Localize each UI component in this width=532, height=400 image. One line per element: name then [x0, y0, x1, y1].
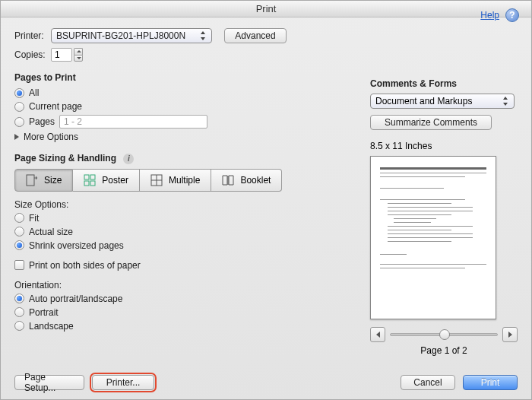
checkbox-duplex-label: Print on both sides of paper: [29, 260, 141, 271]
copies-input[interactable]: [51, 48, 72, 62]
radio-shrink-label: Shrink oversized pages: [29, 240, 124, 251]
page-setup-button[interactable]: Page Setup...: [14, 375, 84, 390]
multiple-icon: [150, 174, 163, 186]
segment-size-label: Size: [44, 175, 62, 186]
radio-portrait-label: Portrait: [29, 307, 59, 318]
preview-dimensions: 8.5 x 11 Inches: [370, 141, 518, 151]
page-sizing-title-text: Page Sizing & Handling: [14, 153, 116, 163]
svg-rect-3: [84, 181, 89, 186]
svg-rect-0: [27, 175, 34, 186]
preview-thumbnail: [370, 156, 496, 319]
svg-rect-1: [84, 175, 89, 179]
preview-next-button[interactable]: [502, 327, 518, 342]
radio-icon: [14, 227, 24, 237]
radio-auto-label: Auto portrait/landscape: [29, 294, 122, 304]
checkbox-icon: [14, 260, 24, 270]
printer-value: BSUPRINT-BG201-HPLJ8000N: [56, 30, 185, 41]
info-icon[interactable]: i: [123, 154, 134, 164]
segment-booklet-label: Booklet: [240, 175, 271, 186]
disclosure-triangle-icon: [14, 134, 19, 140]
radio-icon: [14, 240, 24, 250]
comments-select-value: Document and Markups: [375, 96, 472, 106]
radio-icon: [14, 213, 24, 223]
copies-label: Copies:: [14, 49, 51, 60]
comments-forms-title: Comments & Forms: [370, 78, 518, 89]
copies-stepper[interactable]: [74, 48, 83, 62]
pages-range-input[interactable]: [59, 115, 207, 129]
radio-icon: [14, 294, 24, 303]
radio-icon: [14, 117, 24, 127]
radio-fit-label: Fit: [29, 213, 39, 224]
print-button[interactable]: Print: [463, 375, 518, 390]
printer-select[interactable]: BSUPRINT-BG201-HPLJ8000N: [51, 28, 212, 43]
radio-range-label: Pages: [29, 116, 55, 127]
preview-zoom-slider[interactable]: [390, 333, 498, 336]
radio-all-label: All: [29, 87, 39, 98]
svg-rect-2: [90, 175, 95, 179]
booklet-icon: [222, 174, 234, 186]
segment-size[interactable]: Size: [14, 169, 73, 192]
svg-rect-4: [90, 181, 95, 186]
preview-prev-button[interactable]: [370, 327, 385, 342]
chevron-right-icon: [508, 332, 512, 338]
segment-multiple-label: Multiple: [169, 175, 200, 186]
print-dialog: Print Help ? Printer: BSUPRINT-BG201-HPL…: [0, 0, 532, 400]
segment-poster[interactable]: Poster: [73, 169, 140, 192]
radio-actual-label: Actual size: [29, 227, 73, 237]
summarize-comments-button[interactable]: Summarize Comments: [370, 115, 492, 130]
radio-icon: [14, 102, 24, 112]
radio-landscape-label: Landscape: [29, 321, 74, 332]
size-icon: [26, 174, 38, 186]
comments-select[interactable]: Document and Markups: [370, 94, 515, 109]
updown-icon: [199, 30, 207, 41]
printer-label: Printer:: [14, 30, 51, 41]
printer-button[interactable]: Printer...: [92, 375, 154, 390]
radio-icon: [14, 88, 24, 98]
radio-icon: [14, 307, 24, 317]
window-title: Print: [1, 1, 531, 17]
page-indicator: Page 1 of 2: [370, 345, 518, 356]
slider-thumb[interactable]: [439, 329, 450, 340]
cancel-button[interactable]: Cancel: [401, 375, 455, 390]
segment-multiple[interactable]: Multiple: [140, 169, 211, 192]
more-options-label: More Options: [24, 132, 78, 142]
poster-icon: [84, 174, 96, 186]
advanced-button[interactable]: Advanced: [224, 28, 287, 43]
segment-booklet[interactable]: Booklet: [211, 169, 282, 192]
radio-current-label: Current page: [29, 101, 82, 112]
segment-poster-label: Poster: [102, 175, 128, 186]
updown-icon: [502, 96, 509, 106]
radio-icon: [14, 321, 24, 331]
chevron-left-icon: [376, 332, 380, 338]
